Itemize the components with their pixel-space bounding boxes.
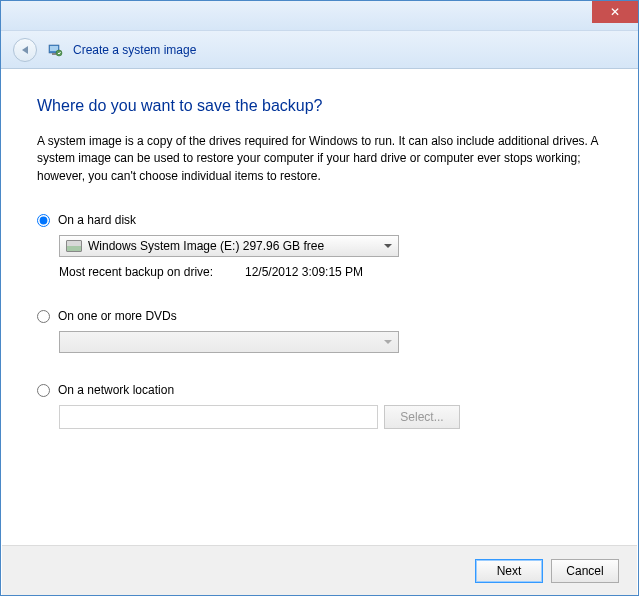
select-network-button[interactable]: Select... — [384, 405, 460, 429]
chevron-down-icon — [384, 244, 392, 248]
svg-rect-1 — [50, 46, 58, 51]
radio-network-label: On a network location — [58, 383, 174, 397]
next-button[interactable]: Next — [475, 559, 543, 583]
close-icon: ✕ — [610, 5, 620, 19]
content-area: Where do you want to save the backup? A … — [1, 69, 638, 543]
system-image-icon — [47, 42, 63, 58]
last-backup-value: 12/5/2012 3:09:15 PM — [245, 265, 363, 279]
radio-dvd-label: On one or more DVDs — [58, 309, 177, 323]
option-hard-disk: On a hard disk Windows System Image (E:)… — [37, 213, 602, 279]
header: Create a system image — [1, 31, 638, 69]
radio-network[interactable] — [37, 384, 50, 397]
radio-hard-disk[interactable] — [37, 214, 50, 227]
drive-icon — [66, 240, 82, 252]
option-dvd: On one or more DVDs — [37, 309, 602, 353]
last-backup-label: Most recent backup on drive: — [59, 265, 245, 279]
chevron-down-icon — [384, 340, 392, 344]
back-arrow-icon — [22, 46, 28, 54]
drive-select-value: Windows System Image (E:) 297.96 GB free — [88, 239, 324, 253]
back-button[interactable] — [13, 38, 37, 62]
titlebar: ✕ — [1, 1, 638, 31]
dvd-select[interactable] — [59, 331, 399, 353]
close-button[interactable]: ✕ — [592, 1, 638, 23]
radio-hard-disk-label: On a hard disk — [58, 213, 136, 227]
footer: Next Cancel — [2, 545, 637, 595]
network-path-input[interactable] — [59, 405, 378, 429]
window-title: Create a system image — [73, 43, 196, 57]
option-network: On a network location Select... — [37, 383, 602, 429]
wizard-window: ✕ Create a system image Where do you wan… — [0, 0, 639, 596]
page-heading: Where do you want to save the backup? — [37, 97, 602, 115]
svg-point-3 — [56, 50, 62, 56]
svg-rect-2 — [52, 53, 56, 55]
cancel-button[interactable]: Cancel — [551, 559, 619, 583]
drive-select[interactable]: Windows System Image (E:) 297.96 GB free — [59, 235, 399, 257]
radio-dvd[interactable] — [37, 310, 50, 323]
description-text: A system image is a copy of the drives r… — [37, 133, 602, 185]
